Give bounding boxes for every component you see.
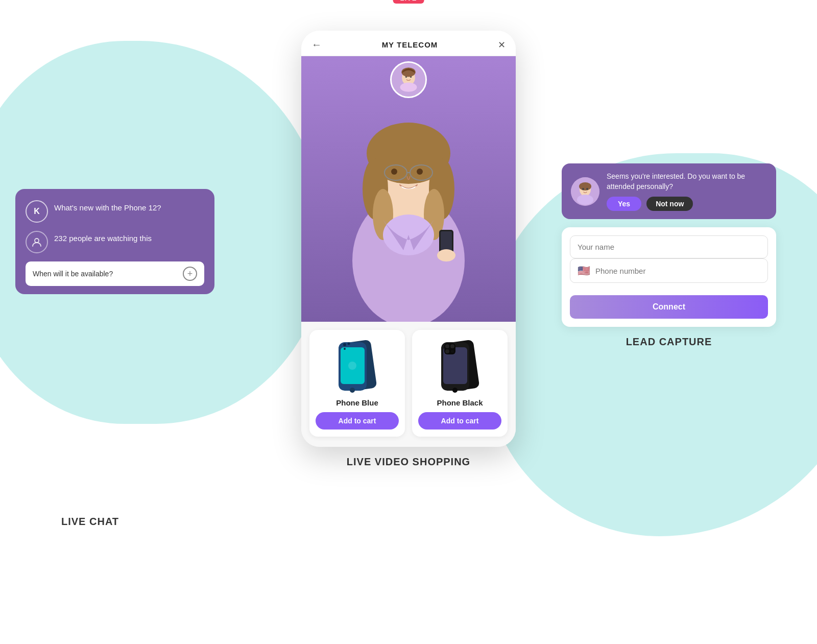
svg-point-28: [350, 388, 355, 393]
product-card-black: Phone Black Add to cart: [412, 330, 508, 437]
video-area: [301, 56, 516, 322]
product-img-black: [437, 337, 483, 393]
phone-black-svg: [437, 337, 483, 393]
svg-point-41: [451, 350, 454, 353]
svg-point-38: [445, 344, 449, 348]
person-icon: [31, 236, 42, 248]
add-to-cart-black-button[interactable]: Add to cart: [418, 412, 501, 430]
agent-popup-buttons: Yes Not now: [607, 197, 767, 211]
lead-form: 🇺🇸 Connect: [562, 227, 776, 327]
presenter-circle: [390, 61, 427, 98]
svg-point-47: [582, 188, 584, 190]
viewers-count-text: 232 people are watching this: [54, 231, 152, 244]
svg-point-24: [437, 249, 455, 261]
add-to-cart-blue-button[interactable]: Add to cart: [316, 412, 399, 430]
agent-popup-text: Seems you're interested. Do you want to …: [607, 172, 767, 192]
chat-input-plus-button[interactable]: +: [183, 267, 197, 281]
product-img-blue: [334, 337, 380, 393]
phone-input-row: 🇺🇸: [570, 258, 768, 283]
presenter-body: [301, 97, 516, 322]
agent-avatar: [571, 177, 599, 206]
svg-point-29: [343, 343, 346, 346]
svg-point-3: [400, 83, 417, 92]
live-chat-panel: K What's new with the Phone 12? 232 peop…: [15, 189, 214, 294]
presenter-avatar-svg: [392, 61, 425, 98]
svg-point-40: [445, 349, 449, 353]
svg-point-45: [577, 195, 593, 205]
agent-popup-content: Seems you're interested. Do you want to …: [607, 172, 767, 211]
chat-message-k: K What's new with the Phone 12?: [26, 200, 204, 223]
phone-frame: ← MY TELECOM ✕: [301, 31, 516, 447]
lead-capture-panel: Seems you're interested. Do you want to …: [562, 163, 776, 348]
live-chat-label: LIVE CHAT: [61, 516, 119, 528]
svg-point-0: [35, 238, 39, 243]
phone-header: ← MY TELECOM ✕: [301, 31, 516, 56]
chat-message-k-text: What's new with the Phone 12?: [54, 200, 161, 213]
not-now-button[interactable]: Not now: [646, 197, 693, 211]
phone-header-title: MY TELECOM: [382, 40, 438, 49]
chat-input-row[interactable]: When will it be available? +: [26, 261, 204, 286]
presenter-body-svg: [301, 97, 516, 322]
close-button[interactable]: ✕: [498, 39, 506, 51]
flag-icon: 🇺🇸: [578, 265, 590, 277]
chat-avatar-k: K: [26, 200, 48, 223]
phone-container: LIVE ← MY TELECOM ✕: [301, 0, 516, 468]
svg-point-36: [452, 388, 458, 393]
connect-button[interactable]: Connect: [570, 295, 768, 319]
live-video-label: LIVE VIDEO SHOPPING: [301, 456, 516, 468]
product-blue-name: Phone Blue: [336, 398, 378, 407]
back-button[interactable]: ←: [311, 39, 322, 51]
live-badge: LIVE: [393, 0, 424, 4]
agent-popup: Seems you're interested. Do you want to …: [562, 163, 776, 219]
svg-point-31: [344, 348, 346, 350]
svg-point-39: [450, 344, 454, 348]
svg-point-20: [417, 169, 423, 175]
svg-point-30: [347, 343, 350, 345]
chat-input-display: When will it be available?: [33, 270, 183, 278]
agent-avatar-svg: [571, 177, 599, 206]
product-card-blue: Phone Blue Add to cart: [309, 330, 405, 437]
chat-viewers-row: 232 people are watching this: [26, 231, 204, 253]
lead-capture-label: LEAD CAPTURE: [562, 336, 776, 348]
svg-point-48: [586, 188, 588, 190]
viewers-avatar: [26, 231, 48, 253]
product-black-name: Phone Black: [437, 398, 483, 407]
phone-products: Phone Blue Add to cart: [301, 322, 516, 447]
phone-input[interactable]: [595, 267, 760, 275]
phone-blue-svg: [334, 337, 380, 393]
name-input[interactable]: [570, 235, 768, 258]
svg-point-32: [348, 362, 356, 370]
yes-button[interactable]: Yes: [607, 197, 641, 211]
svg-point-19: [391, 169, 397, 175]
svg-point-46: [579, 182, 591, 190]
